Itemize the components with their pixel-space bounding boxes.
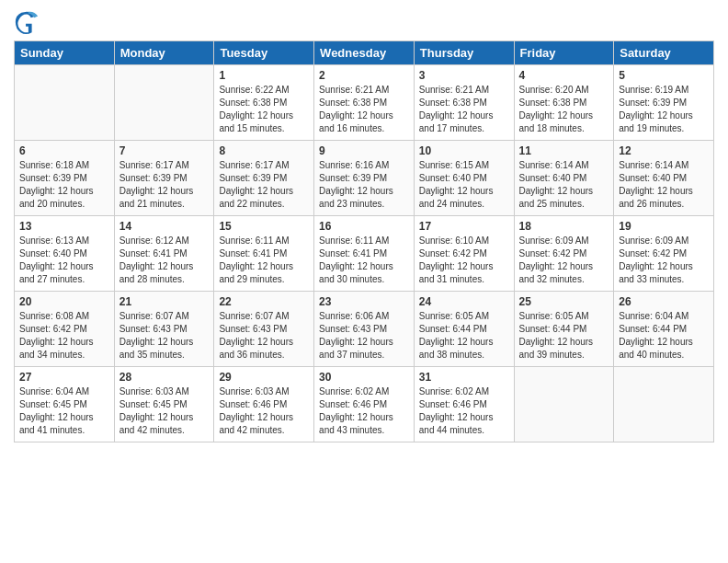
calendar-cell: 26Sunrise: 6:04 AMSunset: 6:44 PMDayligh…: [614, 292, 714, 367]
day-number: 14: [119, 220, 210, 233]
calendar-cell: 31Sunrise: 6:02 AMSunset: 6:46 PMDayligh…: [414, 367, 514, 442]
cell-details: Sunrise: 6:09 AMSunset: 6:42 PMDaylight:…: [519, 235, 609, 286]
day-number: 1: [219, 69, 309, 82]
day-number: 21: [119, 295, 210, 308]
day-number: 28: [119, 371, 210, 384]
day-number: 27: [19, 371, 109, 384]
cell-details: Sunrise: 6:04 AMSunset: 6:44 PMDaylight:…: [619, 310, 709, 362]
calendar-cell: 18Sunrise: 6:09 AMSunset: 6:42 PMDayligh…: [514, 216, 614, 292]
logo-icon: [14, 9, 40, 35]
calendar-cell: 21Sunrise: 6:07 AMSunset: 6:43 PMDayligh…: [114, 292, 214, 367]
day-number: 20: [19, 295, 109, 308]
day-number: 5: [619, 69, 709, 82]
header: [14, 9, 714, 35]
cell-details: Sunrise: 6:15 AMSunset: 6:40 PMDaylight:…: [419, 159, 509, 211]
day-number: 13: [19, 220, 109, 233]
cell-details: Sunrise: 6:04 AMSunset: 6:45 PMDaylight:…: [19, 385, 109, 437]
calendar-cell: [114, 65, 214, 141]
calendar-cell: 4Sunrise: 6:20 AMSunset: 6:38 PMDaylight…: [514, 65, 614, 141]
day-number: 2: [319, 69, 409, 82]
day-number: 26: [619, 295, 709, 308]
cell-details: Sunrise: 6:03 AMSunset: 6:46 PMDaylight:…: [219, 385, 309, 437]
calendar-cell: 24Sunrise: 6:05 AMSunset: 6:44 PMDayligh…: [414, 292, 514, 367]
day-number: 31: [419, 371, 509, 384]
calendar-cell: 13Sunrise: 6:13 AMSunset: 6:40 PMDayligh…: [15, 216, 115, 292]
day-number: 9: [319, 144, 409, 157]
calendar-cell: 8Sunrise: 6:17 AMSunset: 6:39 PMDaylight…: [214, 141, 314, 216]
calendar-cell: 30Sunrise: 6:02 AMSunset: 6:46 PMDayligh…: [314, 367, 415, 442]
cell-details: Sunrise: 6:02 AMSunset: 6:46 PMDaylight:…: [419, 385, 509, 437]
cell-details: Sunrise: 6:14 AMSunset: 6:40 PMDaylight:…: [619, 159, 709, 211]
day-number: 24: [419, 295, 509, 308]
col-friday: Friday: [514, 41, 614, 65]
logo: [14, 9, 43, 35]
calendar-cell: 17Sunrise: 6:10 AMSunset: 6:42 PMDayligh…: [414, 216, 514, 292]
cell-details: Sunrise: 6:02 AMSunset: 6:46 PMDaylight:…: [319, 385, 409, 437]
day-number: 6: [19, 144, 109, 157]
calendar-week-row: 6Sunrise: 6:18 AMSunset: 6:39 PMDaylight…: [15, 141, 714, 216]
cell-details: Sunrise: 6:07 AMSunset: 6:43 PMDaylight:…: [219, 310, 309, 362]
col-wednesday: Wednesday: [314, 41, 415, 65]
cell-details: Sunrise: 6:21 AMSunset: 6:38 PMDaylight:…: [419, 84, 509, 135]
cell-details: Sunrise: 6:07 AMSunset: 6:43 PMDaylight:…: [119, 310, 210, 362]
cell-details: Sunrise: 6:17 AMSunset: 6:39 PMDaylight:…: [219, 159, 309, 211]
calendar-week-row: 20Sunrise: 6:08 AMSunset: 6:42 PMDayligh…: [15, 292, 714, 367]
page: Sunday Monday Tuesday Wednesday Thursday…: [0, 0, 728, 563]
cell-details: Sunrise: 6:13 AMSunset: 6:40 PMDaylight:…: [19, 235, 109, 286]
day-number: 12: [619, 144, 709, 157]
cell-details: Sunrise: 6:10 AMSunset: 6:42 PMDaylight:…: [419, 235, 509, 286]
calendar-week-row: 27Sunrise: 6:04 AMSunset: 6:45 PMDayligh…: [15, 367, 714, 442]
day-number: 11: [519, 144, 609, 157]
calendar-table: Sunday Monday Tuesday Wednesday Thursday…: [14, 40, 714, 442]
day-number: 25: [519, 295, 609, 308]
cell-details: Sunrise: 6:19 AMSunset: 6:39 PMDaylight:…: [619, 84, 709, 135]
calendar-cell: 19Sunrise: 6:09 AMSunset: 6:42 PMDayligh…: [614, 216, 714, 292]
cell-details: Sunrise: 6:03 AMSunset: 6:45 PMDaylight:…: [119, 385, 210, 437]
cell-details: Sunrise: 6:14 AMSunset: 6:40 PMDaylight:…: [519, 159, 609, 211]
day-number: 8: [219, 144, 309, 157]
calendar-cell: 10Sunrise: 6:15 AMSunset: 6:40 PMDayligh…: [414, 141, 514, 216]
cell-details: Sunrise: 6:09 AMSunset: 6:42 PMDaylight:…: [619, 235, 709, 286]
cell-details: Sunrise: 6:05 AMSunset: 6:44 PMDaylight:…: [519, 310, 609, 362]
cell-details: Sunrise: 6:16 AMSunset: 6:39 PMDaylight:…: [319, 159, 409, 211]
calendar-cell: 28Sunrise: 6:03 AMSunset: 6:45 PMDayligh…: [114, 367, 214, 442]
calendar-cell: 9Sunrise: 6:16 AMSunset: 6:39 PMDaylight…: [314, 141, 415, 216]
calendar-cell: [514, 367, 614, 442]
cell-details: Sunrise: 6:11 AMSunset: 6:41 PMDaylight:…: [219, 235, 309, 286]
calendar-cell: 6Sunrise: 6:18 AMSunset: 6:39 PMDaylight…: [15, 141, 115, 216]
calendar-cell: 25Sunrise: 6:05 AMSunset: 6:44 PMDayligh…: [514, 292, 614, 367]
calendar-cell: 3Sunrise: 6:21 AMSunset: 6:38 PMDaylight…: [414, 65, 514, 141]
cell-details: Sunrise: 6:11 AMSunset: 6:41 PMDaylight:…: [319, 235, 409, 286]
day-number: 17: [419, 220, 509, 233]
calendar-cell: 23Sunrise: 6:06 AMSunset: 6:43 PMDayligh…: [314, 292, 415, 367]
calendar-cell: 1Sunrise: 6:22 AMSunset: 6:38 PMDaylight…: [214, 65, 314, 141]
day-number: 3: [419, 69, 509, 82]
calendar-cell: 5Sunrise: 6:19 AMSunset: 6:39 PMDaylight…: [614, 65, 714, 141]
cell-details: Sunrise: 6:18 AMSunset: 6:39 PMDaylight:…: [19, 159, 109, 211]
calendar-cell: 11Sunrise: 6:14 AMSunset: 6:40 PMDayligh…: [514, 141, 614, 216]
calendar-week-row: 13Sunrise: 6:13 AMSunset: 6:40 PMDayligh…: [15, 216, 714, 292]
calendar-cell: 20Sunrise: 6:08 AMSunset: 6:42 PMDayligh…: [15, 292, 115, 367]
day-number: 22: [219, 295, 309, 308]
calendar-cell: 22Sunrise: 6:07 AMSunset: 6:43 PMDayligh…: [214, 292, 314, 367]
cell-details: Sunrise: 6:06 AMSunset: 6:43 PMDaylight:…: [319, 310, 409, 362]
day-number: 23: [319, 295, 409, 308]
day-number: 7: [119, 144, 210, 157]
cell-details: Sunrise: 6:12 AMSunset: 6:41 PMDaylight:…: [119, 235, 210, 286]
calendar-cell: 12Sunrise: 6:14 AMSunset: 6:40 PMDayligh…: [614, 141, 714, 216]
calendar-cell: 27Sunrise: 6:04 AMSunset: 6:45 PMDayligh…: [15, 367, 115, 442]
day-number: 30: [319, 371, 409, 384]
calendar-cell: [15, 65, 115, 141]
day-number: 4: [519, 69, 609, 82]
col-tuesday: Tuesday: [214, 41, 314, 65]
day-number: 15: [219, 220, 309, 233]
col-monday: Monday: [114, 41, 214, 65]
col-sunday: Sunday: [15, 41, 115, 65]
cell-details: Sunrise: 6:22 AMSunset: 6:38 PMDaylight:…: [219, 84, 309, 135]
day-number: 29: [219, 371, 309, 384]
calendar-cell: 15Sunrise: 6:11 AMSunset: 6:41 PMDayligh…: [214, 216, 314, 292]
calendar-cell: 7Sunrise: 6:17 AMSunset: 6:39 PMDaylight…: [114, 141, 214, 216]
col-thursday: Thursday: [414, 41, 514, 65]
cell-details: Sunrise: 6:17 AMSunset: 6:39 PMDaylight:…: [119, 159, 210, 211]
calendar-cell: 16Sunrise: 6:11 AMSunset: 6:41 PMDayligh…: [314, 216, 415, 292]
